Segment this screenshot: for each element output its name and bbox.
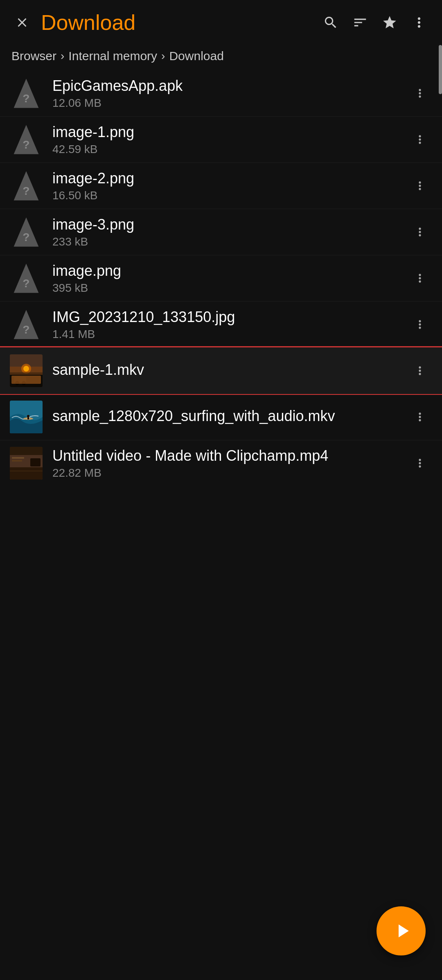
file-size-imagepng: 395 kB [52, 282, 408, 295]
svg-text:?: ? [23, 277, 29, 290]
file-size-img20231210: 1.41 MB [52, 328, 408, 341]
file-item-image1[interactable]: ? image-1.png 42.59 kB [0, 116, 442, 162]
file-info-epicgames: EpicGamesApp.apk 12.06 MB [43, 77, 408, 109]
file-more-sample1mkv[interactable] [408, 358, 432, 383]
file-info-clipchamp: Untitled video - Made with Clipchamp.mp4… [43, 447, 408, 479]
file-name-image2: image-2.png [52, 169, 408, 187]
svg-rect-17 [10, 372, 43, 375]
file-more-image3[interactable] [408, 220, 432, 244]
fab-play-button[interactable] [377, 906, 426, 955]
file-icon-epicgames: ? [10, 77, 43, 110]
svg-point-16 [23, 366, 29, 372]
svg-rect-19 [14, 377, 26, 383]
file-info-image3: image-3.png 233 kB [43, 216, 408, 248]
file-info-surfingmkv: sample_1280x720_surfing_with_audio.mkv [43, 407, 408, 426]
file-name-image1: image-1.png [52, 123, 408, 141]
svg-rect-31 [12, 457, 24, 459]
file-icon-imagepng: ? [10, 262, 43, 295]
file-item-image2[interactable]: ? image-2.png 16.50 kB [0, 162, 442, 209]
svg-point-20 [15, 381, 19, 385]
file-item-clipchamp[interactable]: Untitled video - Made with Clipchamp.mp4… [0, 440, 442, 486]
file-size-epicgames: 12.06 MB [52, 97, 408, 110]
more-options-button[interactable] [406, 9, 432, 36]
breadcrumb-chevron-2: › [161, 50, 165, 63]
file-name-sample1mkv: sample-1.mkv [52, 361, 408, 378]
file-icon-image3: ? [10, 216, 43, 248]
close-button[interactable] [10, 10, 34, 35]
svg-text:?: ? [23, 323, 29, 336]
breadcrumb: Browser › Internal memory › Download [0, 45, 442, 70]
file-info-image2: image-2.png 16.50 kB [43, 169, 408, 202]
file-list: ? EpicGamesApp.apk 12.06 MB ? image-1.pn [0, 70, 442, 486]
file-info-img20231210: IMG_20231210_133150.jpg 1.41 MB [43, 308, 408, 340]
file-name-epicgames: EpicGamesApp.apk [52, 77, 408, 95]
file-more-surfingmkv[interactable] [408, 405, 432, 429]
file-name-image3: image-3.png [52, 216, 408, 233]
file-more-epicgames[interactable] [408, 81, 432, 106]
svg-text:?: ? [23, 92, 29, 105]
file-more-img20231210[interactable] [408, 312, 432, 337]
file-thumbnail-clipchamp [10, 447, 43, 480]
file-info-image1: image-1.png 42.59 kB [43, 123, 408, 155]
file-name-img20231210: IMG_20231210_133150.jpg [52, 308, 408, 326]
file-item-epicgames[interactable]: ? EpicGamesApp.apk 12.06 MB [0, 70, 442, 116]
svg-rect-18 [10, 375, 43, 387]
file-name-clipchamp: Untitled video - Made with Clipchamp.mp4 [52, 447, 408, 464]
svg-rect-34 [10, 471, 43, 471]
file-size-image3: 233 kB [52, 235, 408, 248]
file-more-image1[interactable] [408, 127, 432, 152]
page-title: Download [34, 10, 318, 35]
app-header: Download [0, 0, 442, 45]
file-size-image2: 16.50 kB [52, 189, 408, 202]
file-info-imagepng: image.png 395 kB [43, 262, 408, 294]
svg-point-21 [22, 381, 26, 385]
file-item-img20231210[interactable]: ? IMG_20231210_133150.jpg 1.41 MB [0, 301, 442, 347]
file-name-surfingmkv: sample_1280x720_surfing_with_audio.mkv [52, 407, 408, 425]
header-actions [318, 9, 432, 36]
breadcrumb-download[interactable]: Download [169, 49, 223, 63]
file-item-imagepng[interactable]: ? image.png 395 kB [0, 255, 442, 301]
file-icon-img20231210: ? [10, 308, 43, 341]
search-button[interactable] [318, 9, 344, 36]
file-thumbnail-sample1mkv [10, 354, 43, 387]
file-size-clipchamp: 22.82 MB [52, 466, 408, 480]
file-icon-image1: ? [10, 123, 43, 156]
file-size-image1: 42.59 kB [52, 143, 408, 156]
svg-point-25 [27, 415, 29, 417]
star-button[interactable] [377, 9, 403, 36]
svg-rect-26 [27, 417, 29, 419]
file-name-imagepng: image.png [52, 262, 408, 279]
svg-rect-33 [30, 458, 41, 466]
file-more-imagepng[interactable] [408, 266, 432, 291]
file-item-surfingmkv[interactable]: sample_1280x720_surfing_with_audio.mkv [0, 394, 442, 440]
breadcrumb-browser[interactable]: Browser [11, 49, 56, 63]
file-item-image3[interactable]: ? image-3.png 233 kB [0, 209, 442, 255]
svg-text:?: ? [23, 184, 29, 197]
file-more-clipchamp[interactable] [408, 451, 432, 475]
file-icon-image2: ? [10, 169, 43, 202]
file-item-sample1mkv[interactable]: sample-1.mkv [0, 347, 442, 394]
sort-button[interactable] [347, 9, 373, 36]
breadcrumb-internal-memory[interactable]: Internal memory [68, 49, 157, 63]
file-info-sample1mkv: sample-1.mkv [43, 361, 408, 380]
svg-rect-30 [10, 467, 43, 480]
svg-rect-32 [12, 460, 22, 462]
file-more-image2[interactable] [408, 173, 432, 198]
svg-text:?: ? [23, 230, 29, 243]
svg-text:?: ? [23, 138, 29, 151]
breadcrumb-chevron-1: › [61, 50, 64, 63]
file-thumbnail-surfingmkv [10, 401, 43, 433]
